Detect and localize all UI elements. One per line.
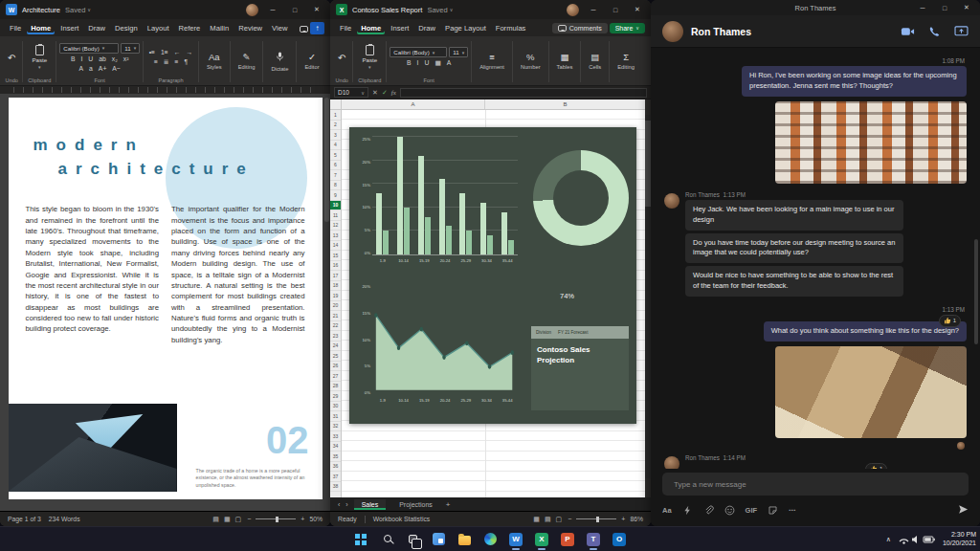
building-facade-image[interactable]	[775, 101, 967, 184]
format-icon[interactable]: Aa	[662, 506, 672, 515]
underline-button[interactable]: U	[422, 58, 432, 68]
row-header-19[interactable]: 19	[330, 291, 341, 301]
lightning-icon[interactable]	[682, 505, 693, 516]
number-group[interactable]: %Number	[516, 38, 546, 84]
row-header-17[interactable]: 17	[330, 271, 341, 281]
paste-button[interactable]: Paste▾	[356, 44, 383, 71]
sheet-nav-forward[interactable]: ›	[345, 501, 347, 508]
row-header-11[interactable]: 11	[330, 210, 341, 221]
align-left-button[interactable]: ≡	[151, 57, 160, 67]
workbook-statistics[interactable]: Workbook Statistics	[373, 516, 431, 522]
start-icon[interactable]	[350, 529, 371, 550]
close-button[interactable]: ✕	[309, 6, 324, 13]
insert-function-icon[interactable]: fx	[391, 89, 396, 97]
row-header-28[interactable]: 28	[330, 382, 341, 392]
ron-thames-avatar[interactable]	[662, 21, 683, 42]
share-button[interactable]: ↑	[310, 22, 324, 34]
menu-view[interactable]: View	[268, 22, 291, 34]
styles-button[interactable]: AaStyles	[202, 38, 227, 84]
menu-file[interactable]: File	[6, 22, 25, 34]
sticker-icon[interactable]	[768, 505, 778, 516]
menu-page-layout[interactable]: Page Layout	[441, 22, 490, 34]
editing-button[interactable]: ✎Editing	[234, 38, 260, 84]
comments-icon[interactable]	[300, 19, 308, 36]
zoom-out-button[interactable]: −	[567, 516, 572, 522]
message-input-box[interactable]	[662, 473, 969, 496]
cells-area[interactable]: 25%20%15%10%5%0% 1-910-1415-1920-2425-29…	[342, 110, 645, 497]
zoom-level[interactable]: 50%	[309, 516, 323, 522]
font-size-select[interactable]: 11▾	[449, 47, 468, 57]
minimize-button[interactable]: ─	[915, 5, 930, 11]
row-header-21[interactable]: 21	[330, 311, 341, 321]
outlook-icon[interactable]: O	[609, 529, 630, 550]
undo-button[interactable]: ↶	[334, 53, 349, 63]
received-message[interactable]: Would be nice to have something to be ab…	[685, 266, 903, 297]
minimize-button[interactable]: ─	[586, 7, 601, 13]
underline-button[interactable]: U	[86, 55, 96, 63]
paste-button[interactable]: Paste▾	[26, 44, 53, 71]
message-input[interactable]	[672, 479, 959, 490]
zoom-slider[interactable]	[256, 518, 296, 519]
sheet-nav-back[interactable]: ‹	[338, 501, 340, 508]
zoom-in-button[interactable]: +	[620, 516, 626, 522]
row-header-25[interactable]: 25	[330, 351, 341, 362]
tab-sales[interactable]: Sales	[354, 499, 387, 510]
row-header-7[interactable]: 7	[330, 170, 341, 181]
menu-review[interactable]: Review	[234, 22, 266, 34]
row-header-12[interactable]: 12	[330, 221, 341, 231]
close-button[interactable]: ✕	[959, 4, 974, 11]
received-message[interactable]: Hey Jack. We have been looking for a mai…	[685, 200, 903, 231]
numbering-button[interactable]: 1≡	[159, 48, 171, 56]
row-header-31[interactable]: 31	[330, 411, 341, 422]
menu-formulas[interactable]: Formulas	[492, 22, 530, 34]
thumbs-up-reaction[interactable]: 1	[939, 315, 961, 327]
zoom-slider[interactable]	[576, 518, 616, 519]
ruler[interactable]	[0, 86, 330, 94]
menu-file[interactable]: File	[336, 22, 355, 34]
maximize-button[interactable]: □	[937, 5, 952, 11]
row-header-10[interactable]: 10	[330, 201, 341, 211]
sent-message[interactable]: Hi Ron, I've been working on some image …	[742, 66, 967, 97]
task-view-icon[interactable]	[402, 529, 423, 550]
align-center-button[interactable]: ≣	[161, 57, 171, 67]
row-header-34[interactable]: 34	[330, 442, 341, 452]
indent-button[interactable]: →	[184, 48, 195, 56]
editor-button[interactable]: ✓Editor	[300, 38, 323, 84]
bullets-button[interactable]: •≡	[146, 48, 157, 56]
row-header-23[interactable]: 23	[330, 331, 341, 342]
menu-design[interactable]: Design	[111, 22, 142, 34]
network-volume-battery-icons[interactable]	[898, 534, 936, 545]
share-button[interactable]: Share∨	[610, 23, 645, 33]
row-header-33[interactable]: 33	[330, 431, 341, 442]
font-name-select[interactable]: Calibri (Body)▾	[390, 47, 447, 57]
row-header-15[interactable]: 15	[330, 251, 341, 261]
row-header-3[interactable]: 3	[330, 130, 341, 141]
page-layout-button[interactable]: ▤	[544, 516, 552, 523]
menu-home[interactable]: Home	[27, 22, 55, 34]
name-box[interactable]: D10∨	[334, 87, 368, 98]
maximize-button[interactable]: □	[608, 7, 623, 13]
bold-button[interactable]: B	[405, 58, 414, 68]
row-header-18[interactable]: 18	[330, 281, 341, 292]
superscript-button[interactable]: x²	[121, 55, 131, 63]
row-header-14[interactable]: 14	[330, 241, 341, 252]
italic-button[interactable]: I	[78, 55, 85, 63]
menu-home[interactable]: Home	[357, 22, 385, 34]
cells-group[interactable]: ▤Cells	[584, 38, 606, 84]
word-scrollbar[interactable]	[324, 98, 329, 507]
user-avatar[interactable]	[246, 4, 258, 16]
comments-button[interactable]: Comments	[552, 23, 608, 33]
menu-layout[interactable]: Layout	[144, 22, 173, 34]
audio-call-icon[interactable]	[927, 26, 942, 37]
edge-icon[interactable]	[479, 529, 501, 550]
clock[interactable]: 2:30 PM 10/20/2021	[943, 531, 976, 548]
outdent-button[interactable]: ←	[171, 48, 183, 56]
menu-draw[interactable]: Draw	[414, 22, 439, 34]
aerial-building-image[interactable]	[775, 346, 967, 438]
read-mode-button[interactable]: ▤	[212, 516, 220, 523]
highlight-button[interactable]: a	[87, 64, 96, 73]
file-explorer-icon[interactable]	[454, 529, 475, 550]
normal-view-button[interactable]: ▦	[532, 516, 541, 523]
row-header-9[interactable]: 9	[330, 190, 341, 201]
bold-button[interactable]: B	[68, 55, 78, 63]
